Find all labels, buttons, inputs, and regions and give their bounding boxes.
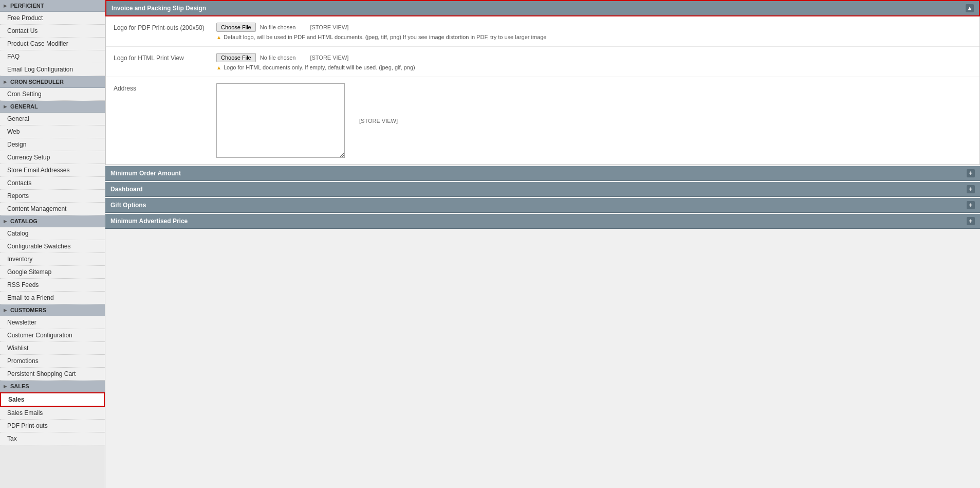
logo-html-file-text: No file chosen bbox=[260, 55, 296, 61]
logo-pdf-file-text: No file chosen bbox=[260, 24, 296, 30]
collapsed-toggle-dashboard[interactable]: + bbox=[967, 185, 975, 193]
sidebar: PERFICIENTFree ProductContact UsProduct … bbox=[0, 0, 105, 488]
address-textarea[interactable] bbox=[216, 83, 345, 158]
sidebar-item-wishlist[interactable]: Wishlist bbox=[0, 342, 105, 355]
logo-pdf-hint: ▲ Default logo, will be used in PDF and … bbox=[216, 34, 972, 40]
sidebar-item-web[interactable]: Web bbox=[0, 125, 105, 138]
sidebar-item-product-case-modifier[interactable]: Product Case Modifier bbox=[0, 38, 105, 50]
collapsed-sections: Minimum Order Amount+Dashboard+Gift Opti… bbox=[105, 166, 980, 229]
sidebar-item-sales[interactable]: Sales bbox=[0, 392, 105, 407]
address-store-view: [STORE VIEW] bbox=[359, 118, 398, 124]
sidebar-item-general[interactable]: General bbox=[0, 113, 105, 125]
sidebar-item-currency-setup[interactable]: Currency Setup bbox=[0, 151, 105, 164]
sidebar-item-sales-emails[interactable]: Sales Emails bbox=[0, 407, 105, 420]
logo-pdf-control-row: Choose File No file chosen [STORE VIEW] bbox=[216, 23, 972, 32]
logo-html-control: Choose File No file chosen [STORE VIEW] … bbox=[216, 53, 972, 70]
invoice-toggle-btn[interactable]: ▲ bbox=[966, 4, 974, 12]
logo-html-control-row: Choose File No file chosen [STORE VIEW] bbox=[216, 53, 972, 62]
sidebar-item-email-log-configuration[interactable]: Email Log Configuration bbox=[0, 63, 105, 76]
address-row: Address [STORE VIEW] bbox=[106, 77, 979, 165]
sidebar-section-customers[interactable]: CUSTOMERS bbox=[0, 304, 105, 316]
logo-html-choose-btn[interactable]: Choose File bbox=[216, 53, 256, 62]
collapsed-section-minimum-order-amount[interactable]: Minimum Order Amount+ bbox=[105, 166, 980, 181]
address-control-row: [STORE VIEW] bbox=[216, 83, 972, 158]
collapsed-section-gift-options[interactable]: Gift Options+ bbox=[105, 198, 980, 213]
sidebar-item-faq[interactable]: FAQ bbox=[0, 50, 105, 63]
collapsed-toggle-minimum-advertised-price[interactable]: + bbox=[967, 217, 975, 225]
collapsed-section-label-gift-options: Gift Options bbox=[110, 202, 146, 209]
sidebar-item-store-email-addresses[interactable]: Store Email Addresses bbox=[0, 164, 105, 177]
collapsed-section-dashboard[interactable]: Dashboard+ bbox=[105, 182, 980, 197]
sidebar-item-inventory[interactable]: Inventory bbox=[0, 253, 105, 266]
sidebar-item-contact-us[interactable]: Contact Us bbox=[0, 25, 105, 38]
address-control: [STORE VIEW] bbox=[216, 83, 972, 158]
main-content: Invoice and Packing Slip Design ▲ Logo f… bbox=[105, 0, 980, 488]
collapsed-section-label-minimum-advertised-price: Minimum Advertised Price bbox=[110, 218, 188, 225]
sidebar-section-sales[interactable]: SALES bbox=[0, 381, 105, 392]
sidebar-section-cron-scheduler[interactable]: CRON SCHEDULER bbox=[0, 76, 105, 88]
collapsed-toggle-minimum-order-amount[interactable]: + bbox=[967, 169, 975, 177]
sidebar-item-cron-setting[interactable]: Cron Setting bbox=[0, 88, 105, 101]
hint-icon-pdf: ▲ bbox=[216, 34, 221, 40]
logo-html-store-view: [STORE VIEW] bbox=[310, 55, 348, 61]
sidebar-item-reports[interactable]: Reports bbox=[0, 190, 105, 203]
sidebar-item-catalog[interactable]: Catalog bbox=[0, 227, 105, 240]
sidebar-item-google-sitemap[interactable]: Google Sitemap bbox=[0, 266, 105, 279]
invoice-panel-content: Logo for PDF Print-outs (200x50) Choose … bbox=[105, 16, 980, 165]
sidebar-item-persistent-shopping-cart[interactable]: Persistent Shopping Cart bbox=[0, 368, 105, 381]
sidebar-section-perficient[interactable]: PERFICIENT bbox=[0, 0, 105, 12]
sidebar-section-catalog[interactable]: CATALOG bbox=[0, 215, 105, 227]
collapsed-toggle-gift-options[interactable]: + bbox=[967, 201, 975, 209]
content-area: Invoice and Packing Slip Design ▲ Logo f… bbox=[105, 0, 980, 229]
sidebar-item-email-to-a-friend[interactable]: Email to a Friend bbox=[0, 292, 105, 304]
sidebar-item-contacts[interactable]: Contacts bbox=[0, 177, 105, 190]
sidebar-item-promotions[interactable]: Promotions bbox=[0, 355, 105, 368]
logo-html-row: Logo for HTML Print View Choose File No … bbox=[106, 47, 979, 77]
logo-pdf-control: Choose File No file chosen [STORE VIEW] … bbox=[216, 23, 972, 40]
invoice-section-title: Invoice and Packing Slip Design bbox=[112, 5, 206, 12]
sidebar-item-content-management[interactable]: Content Management bbox=[0, 203, 105, 215]
sidebar-item-design[interactable]: Design bbox=[0, 138, 105, 151]
logo-pdf-row: Logo for PDF Print-outs (200x50) Choose … bbox=[106, 16, 979, 47]
logo-pdf-store-view: [STORE VIEW] bbox=[310, 24, 348, 30]
invoice-section-header[interactable]: Invoice and Packing Slip Design ▲ bbox=[105, 0, 980, 16]
logo-pdf-choose-btn[interactable]: Choose File bbox=[216, 23, 256, 32]
sidebar-section-general[interactable]: GENERAL bbox=[0, 101, 105, 113]
sidebar-item-tax[interactable]: Tax bbox=[0, 432, 105, 445]
collapsed-section-label-minimum-order-amount: Minimum Order Amount bbox=[110, 170, 181, 177]
hint-icon-html: ▲ bbox=[216, 65, 221, 70]
logo-pdf-label: Logo for PDF Print-outs (200x50) bbox=[114, 23, 216, 31]
sidebar-item-newsletter[interactable]: Newsletter bbox=[0, 316, 105, 329]
address-label: Address bbox=[114, 83, 216, 92]
logo-html-label: Logo for HTML Print View bbox=[114, 53, 216, 62]
sidebar-item-configurable-swatches[interactable]: Configurable Swatches bbox=[0, 240, 105, 253]
sidebar-item-customer-configuration[interactable]: Customer Configuration bbox=[0, 329, 105, 342]
sidebar-item-pdf-print-outs[interactable]: PDF Print-outs bbox=[0, 420, 105, 432]
logo-html-hint: ▲ Logo for HTML documents only. If empty… bbox=[216, 64, 972, 70]
sidebar-item-rss-feeds[interactable]: RSS Feeds bbox=[0, 279, 105, 292]
logo-pdf-hint-text: Default logo, will be used in PDF and HT… bbox=[224, 34, 547, 40]
collapsed-section-label-dashboard: Dashboard bbox=[110, 186, 143, 193]
sidebar-item-free-product[interactable]: Free Product bbox=[0, 12, 105, 25]
logo-html-hint-text: Logo for HTML documents only. If empty, … bbox=[224, 64, 415, 70]
collapsed-section-minimum-advertised-price[interactable]: Minimum Advertised Price+ bbox=[105, 214, 980, 229]
